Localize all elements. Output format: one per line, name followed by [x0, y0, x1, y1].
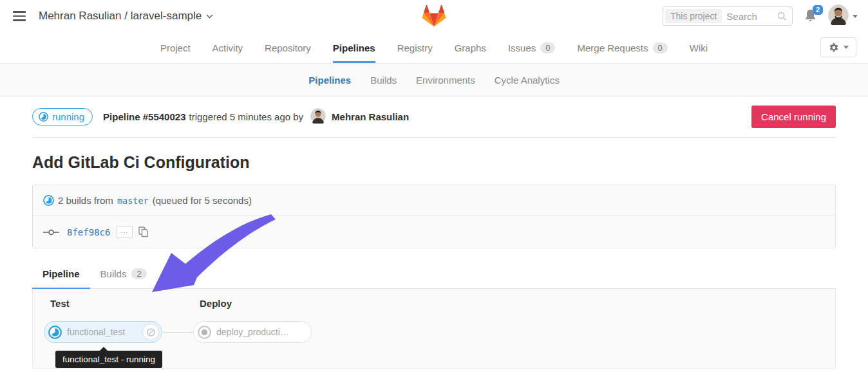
tab-merge-requests-label: Merge Requests [577, 42, 648, 53]
created-status-icon [198, 326, 211, 339]
cancel-running-button[interactable]: Cancel running [751, 106, 836, 128]
search-icon [777, 12, 787, 21]
author-name[interactable]: Mehran Rasulian [332, 111, 409, 122]
job-tooltip: functional_test - running [55, 351, 162, 368]
tab-graphs[interactable]: Graphs [455, 32, 486, 63]
gitlab-logo-icon[interactable] [422, 5, 446, 30]
stage-label-test: Test [50, 298, 70, 309]
top-navbar: Mehran Rasulian / laravel-sample This pr… [0, 0, 868, 32]
expand-commit-button[interactable]: ... [117, 226, 132, 238]
tab-wiki[interactable]: Wiki [690, 32, 708, 63]
job-name: functional_test [67, 327, 125, 337]
pipelines-subnav: Pipelines Builds Environments Cycle Anal… [0, 63, 868, 97]
job-node-deploy-production[interactable]: deploy_producti… [193, 321, 312, 343]
running-status-icon [43, 195, 54, 206]
cancel-job-button[interactable] [142, 324, 159, 340]
project-settings-button[interactable] [820, 37, 856, 57]
graph-connector-line [162, 332, 193, 333]
chevron-down-icon [844, 46, 849, 49]
pipeline-number: Pipeline #5540023 [103, 111, 185, 122]
subnav-builds[interactable]: Builds [370, 75, 397, 86]
commit-sha-link[interactable]: 8fef98c6 [67, 227, 110, 237]
author-avatar[interactable] [310, 108, 326, 125]
gear-icon [829, 42, 839, 53]
job-node-functional-test[interactable]: functional_test [44, 321, 162, 343]
pipeline-detail-tabs: Pipeline Builds 2 [32, 261, 836, 289]
tab-merge-requests[interactable]: Merge Requests 0 [577, 32, 667, 63]
user-avatar [828, 5, 849, 28]
tab-pipelines[interactable]: Pipelines [333, 32, 375, 63]
tab-registry[interactable]: Registry [397, 32, 433, 63]
tab-project[interactable]: Project [160, 32, 191, 63]
tab-activity[interactable]: Activity [212, 32, 243, 63]
subnav-cycle-analytics[interactable]: Cycle Analytics [495, 75, 560, 86]
notifications-button[interactable]: 2 [804, 8, 816, 24]
branch-link[interactable]: master [117, 196, 149, 206]
pipeline-graph: Test Deploy functional_test deploy_produ… [32, 289, 836, 369]
project-breadcrumb[interactable]: Mehran Rasulian / laravel-sample [39, 10, 213, 23]
commit-title: Add GitLab Ci Configuration [32, 153, 836, 172]
stage-label-deploy: Deploy [200, 298, 232, 309]
search-input[interactable]: This project Search [663, 6, 793, 26]
circle-slash-icon [147, 328, 155, 337]
pipeline-summary-text: Pipeline #5540023 triggered 5 minutes ag… [103, 108, 409, 125]
subnav-pipelines[interactable]: Pipelines [308, 75, 351, 86]
project-breadcrumb-label: Mehran Rasulian / laravel-sample [39, 10, 202, 23]
search-scope-chip: This project [665, 9, 722, 23]
builds-summary-row: 2 builds from master (queued for 5 secon… [33, 185, 835, 216]
tab-pipeline-label: Pipeline [42, 268, 80, 279]
pipeline-status-badge[interactable]: running [32, 108, 93, 125]
notification-count-badge: 2 [813, 5, 823, 15]
hamburger-menu-icon[interactable] [10, 8, 28, 24]
tab-issues[interactable]: Issues 0 [508, 32, 556, 63]
job-name: deploy_producti… [216, 327, 289, 337]
tab-repository[interactable]: Repository [265, 32, 311, 63]
commit-row: 8fef98c6 ... [33, 216, 835, 248]
tab-pipeline-graph[interactable]: Pipeline [32, 261, 90, 289]
builds-count-badge: 2 [131, 268, 146, 279]
pipeline-info-box: 2 builds from master (queued for 5 secon… [32, 185, 836, 248]
pipeline-status-row: running Pipeline #5540023 triggered 5 mi… [32, 97, 836, 138]
tab-issues-label: Issues [508, 42, 536, 53]
tab-builds-label: Builds [100, 268, 127, 279]
subnav-environments[interactable]: Environments [416, 75, 475, 86]
issues-count-badge: 0 [540, 42, 555, 53]
chevron-down-icon [853, 15, 858, 18]
copy-sha-button[interactable] [138, 226, 148, 237]
search-placeholder: Search [726, 11, 777, 22]
pipeline-status-label: running [52, 111, 84, 122]
project-nav: Project Activity Repository Pipelines Re… [0, 32, 868, 63]
running-status-icon [39, 112, 48, 122]
running-status-icon [48, 326, 62, 339]
triggered-text: triggered 5 minutes ago by [189, 111, 303, 122]
builds-summary-suffix: (queued for 5 seconds) [153, 195, 252, 206]
tab-builds-list[interactable]: Builds 2 [90, 261, 157, 289]
user-menu[interactable] [828, 5, 858, 28]
chevron-down-icon [206, 14, 213, 19]
merge-requests-count-badge: 0 [653, 42, 668, 53]
git-commit-icon [43, 228, 59, 237]
clipboard-copy-icon [138, 226, 148, 237]
builds-summary-prefix: 2 builds from [58, 195, 113, 206]
